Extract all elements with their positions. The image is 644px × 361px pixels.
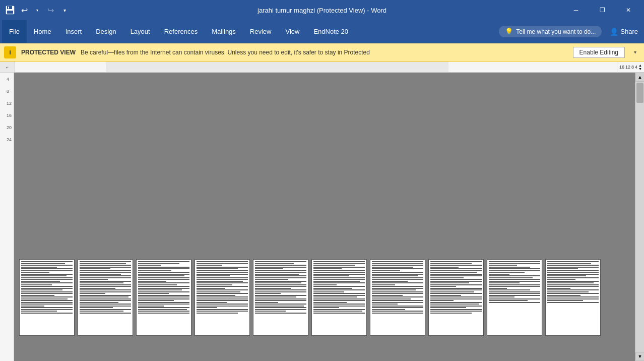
ribbon: File Home Insert Design Layout Reference… [0, 20, 644, 43]
tell-me-box[interactable]: 💡 Tell me what you want to do... [499, 26, 602, 37]
tab-references[interactable]: References [157, 20, 205, 43]
page-content-9 [489, 261, 540, 334]
page-thumb-8 [428, 259, 484, 336]
close-button[interactable]: ✕ [617, 0, 640, 20]
ruler-num-4: 4 [635, 65, 637, 70]
ruler-scroll-arrows[interactable]: ▲ ▼ [638, 64, 642, 71]
main-content: 4 8 12 16 20 24 [0, 73, 644, 361]
document-title: jarahi tumur maghzi (Protected View) - W… [257, 7, 387, 14]
page-content-2 [80, 261, 131, 334]
share-button[interactable]: 👤 Share [606, 26, 642, 38]
ruler-num-12: 12 [625, 65, 630, 70]
protected-bar-collapse[interactable]: ▾ [630, 49, 640, 55]
page-content-7 [372, 261, 423, 334]
tab-layout[interactable]: Layout [123, 20, 157, 43]
window-controls: ─ ❐ ✕ [564, 0, 640, 20]
page-content-6 [313, 261, 365, 334]
page-thumb-3 [136, 259, 191, 336]
protected-label: PROTECTED VIEW [21, 49, 76, 56]
undo-redo-group: ↩ ▾ ↪ [18, 4, 56, 16]
restore-button[interactable]: ❐ [591, 0, 614, 20]
svg-rect-1 [7, 6, 12, 9]
v-mark-16: 16 [7, 113, 12, 118]
scroll-up-button[interactable]: ▲ [635, 73, 644, 82]
ribbon-right: 💡 Tell me what you want to do... 👤 Share [499, 26, 642, 38]
page-thumb-4 [195, 259, 250, 336]
minimize-button[interactable]: ─ [564, 0, 588, 20]
protected-message: Be careful—files from the Internet can c… [81, 49, 568, 56]
ruler-corner[interactable]: ⌐ [0, 62, 15, 72]
svg-rect-2 [8, 7, 9, 9]
protected-icon: i [4, 46, 16, 58]
tab-mailings[interactable]: Mailings [205, 20, 243, 43]
page-content-3 [138, 261, 189, 334]
scroll-down-button[interactable]: ▼ [635, 352, 644, 361]
v-mark-8: 8 [7, 89, 12, 94]
v-mark-12: 12 [7, 101, 12, 106]
ruler-num-8: 8 [631, 65, 634, 70]
page-content-4 [197, 261, 248, 334]
undo-dropdown[interactable]: ▾ [31, 4, 43, 16]
page-thumb-1 [19, 259, 75, 336]
customize-qat[interactable]: ▾ [58, 4, 71, 16]
tab-review[interactable]: Review [243, 20, 279, 43]
user-icon: 👤 [610, 28, 618, 36]
scroll-thumb[interactable] [636, 83, 643, 103]
document-area: ▲ ▼ [14, 73, 644, 361]
horizontal-ruler [15, 62, 617, 72]
tab-endnote[interactable]: EndNote 20 [306, 20, 355, 43]
undo-button[interactable]: ↩ [18, 4, 30, 16]
page-content-5 [255, 261, 306, 334]
tell-me-text[interactable]: Tell me what you want to do... [516, 28, 596, 35]
page-thumb-6 [311, 259, 367, 336]
svg-rect-5 [106, 62, 448, 72]
tab-home[interactable]: Home [27, 20, 58, 43]
redo-button[interactable]: ↪ [44, 4, 56, 16]
pages-container [19, 259, 635, 336]
lightbulb-icon: 💡 [505, 28, 513, 35]
vertical-ruler: 4 8 12 16 20 24 [0, 73, 14, 361]
page-thumb-2 [78, 259, 133, 336]
enable-editing-button[interactable]: Enable Editing [573, 47, 625, 58]
horizontal-ruler-area: ⌐ 16 12 8 4 ▲ ▼ [0, 62, 644, 73]
protected-view-bar: i PROTECTED VIEW Be careful—files from t… [0, 43, 644, 62]
tab-insert[interactable]: Insert [58, 20, 89, 43]
page-thumb-5 [253, 259, 308, 336]
word-save-icon[interactable] [4, 4, 16, 16]
tab-view[interactable]: View [278, 20, 306, 43]
v-mark-20: 20 [7, 125, 12, 130]
ruler-num-16: 16 [619, 65, 624, 70]
page-content-1 [21, 261, 73, 334]
v-mark-24: 24 [7, 137, 12, 142]
v-ruler-marks: 4 8 12 16 20 24 [7, 77, 12, 142]
page-content-8 [430, 261, 482, 334]
v-mark-4: 4 [7, 77, 12, 82]
page-thumb-10 [545, 259, 601, 336]
scroll-track[interactable] [635, 82, 644, 352]
title-bar: ↩ ▾ ↪ ▾ jarahi tumur maghzi (Protected V… [0, 0, 644, 20]
page-content-10 [547, 261, 599, 334]
tab-file[interactable]: File [2, 20, 27, 43]
svg-rect-3 [7, 11, 13, 14]
ruler-right-controls: 16 12 8 4 ▲ ▼ [617, 62, 644, 72]
page-thumb-7 [370, 259, 425, 336]
title-bar-left: ↩ ▾ ↪ ▾ [4, 4, 71, 16]
tab-design[interactable]: Design [89, 20, 123, 43]
vertical-scrollbar[interactable]: ▲ ▼ [635, 73, 644, 361]
page-thumb-9 [487, 259, 542, 336]
